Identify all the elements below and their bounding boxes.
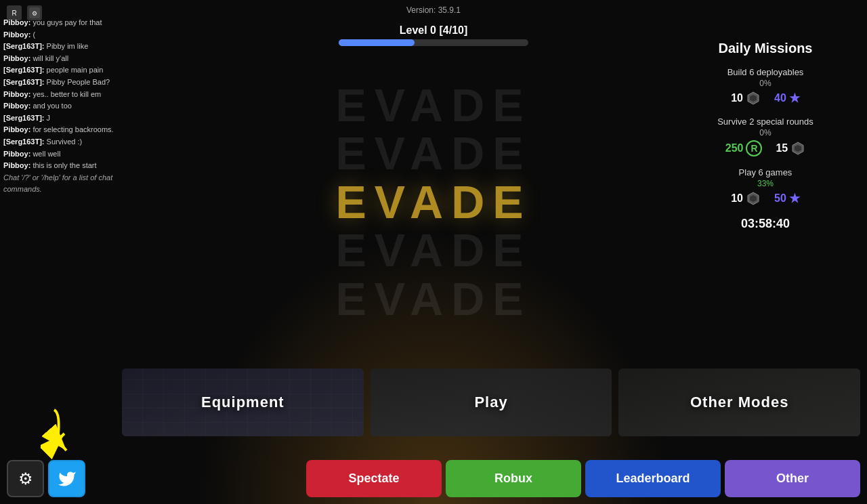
svg-line-11 <box>58 440 66 450</box>
evade-line-5: EVADE <box>335 275 531 323</box>
mission-3-name: Play 6 games <box>684 167 847 177</box>
mission-1-star-reward: 40 ★ <box>774 91 800 106</box>
evade-line-active: EVADE <box>335 178 531 226</box>
level-label: Level 0 [4/10] <box>122 24 745 37</box>
chat-message: [Serg163T]: Survived :) <box>3 136 146 148</box>
arrow-container <box>41 406 95 463</box>
mission-1-coin-reward: 10 <box>731 91 761 106</box>
chat-message: [Serg163T]: Pibby People Bad? <box>3 77 146 89</box>
mission-2-robux-reward: 250 R <box>725 140 763 156</box>
evade-line-4: EVADE <box>335 226 531 274</box>
other-modes-card[interactable]: Other Modes <box>618 369 860 436</box>
play-label: Play <box>474 394 507 411</box>
mission-1-name: Build 6 deployables <box>684 67 847 77</box>
mission-3-star-reward: 50 ★ <box>774 191 800 206</box>
level-bar-background <box>339 39 528 46</box>
chat-message: Pibboy: and you too <box>3 100 146 112</box>
robux-amount: 250 <box>725 142 744 154</box>
daily-missions-title: Daily Missions <box>684 41 847 56</box>
evade-line-1: EVADE <box>335 81 531 129</box>
mission-survive-rounds: Survive 2 special rounds 0% 250 R 15 <box>684 117 847 156</box>
equipment-card[interactable]: Equipment <box>122 369 364 436</box>
play-card[interactable]: Play <box>371 369 612 436</box>
spectate-button[interactable]: Spectate <box>306 460 442 497</box>
chat-message: Pibboy: this is only the start <box>3 160 146 172</box>
chat-system-message: Chat '/?' or '/help' for a list of chat … <box>3 172 146 196</box>
leaderboard-button[interactable]: Leaderboard <box>585 460 721 497</box>
star-amount: 50 <box>774 192 786 205</box>
chat-message: [Serg163T]: J <box>3 112 146 125</box>
chat-message: Pibboy: will kill y'all <box>3 53 146 65</box>
chat-message: Pibboy: yes.. better to kill em <box>3 89 146 101</box>
coin-amount: 10 <box>731 92 743 104</box>
other-modes-label: Other Modes <box>690 394 788 411</box>
mission-3-rewards: 10 50 ★ <box>684 191 847 206</box>
bottom-nav: ⚙ Spectate Robux Leaderboard Other <box>0 460 867 497</box>
star-icon: ★ <box>789 191 800 206</box>
mission-1-pct: 0% <box>684 79 847 88</box>
level-bar-fill <box>339 39 415 46</box>
equipment-label: Equipment <box>201 394 284 411</box>
menu-cards: Equipment Play Other Modes <box>122 369 860 436</box>
robux-icon: R <box>746 140 762 156</box>
evade-watermark: EVADE EVADE EVADE EVADE EVADE <box>335 81 531 323</box>
coin-amount: 10 <box>731 192 743 205</box>
settings-icon: ⚙ <box>18 469 33 488</box>
chat-message: Pibboy: ( <box>3 29 146 41</box>
hex-icon <box>790 141 805 156</box>
mission-build-deployables: Build 6 deployables 0% 10 40 ★ <box>684 67 847 106</box>
coin-amount: 15 <box>776 142 788 154</box>
robux-button[interactable]: Robux <box>446 460 581 497</box>
star-icon: ★ <box>789 91 800 106</box>
chat-message: Pibboy: you guys pay for that <box>3 17 146 29</box>
chat-message: [Serg163T]: Pibby im like <box>3 41 146 53</box>
chat-area: Pibboy: you guys pay for that Pibboy: ( … <box>0 14 149 199</box>
daily-missions-panel: Daily Missions Build 6 deployables 0% 10… <box>684 41 847 231</box>
hex-icon <box>746 91 761 106</box>
mission-2-coin-reward: 15 <box>776 141 805 156</box>
level-bar-container: Level 0 [4/10] <box>122 24 745 46</box>
chat-message: [Serg163T]: people main pain <box>3 64 146 77</box>
version-label: Version: 35.9.1 <box>406 5 461 15</box>
mission-3-coin-reward: 10 <box>731 191 761 206</box>
chat-message: Pibboy: for selecting backrooms. <box>3 124 146 136</box>
mission-3-pct: 33% <box>684 179 847 188</box>
settings-button[interactable]: ⚙ <box>7 460 44 497</box>
mission-1-rewards: 10 40 ★ <box>684 91 847 106</box>
chat-message: Pibboy: well well <box>3 148 146 161</box>
star-amount: 40 <box>774 92 786 104</box>
twitter-icon <box>58 469 77 488</box>
evade-line-2: EVADE <box>335 129 531 177</box>
mission-play-games: Play 6 games 33% 10 50 ★ <box>684 167 847 206</box>
hex-icon <box>746 191 761 206</box>
twitter-button[interactable] <box>48 460 85 497</box>
arrow-icon <box>41 406 95 461</box>
other-button[interactable]: Other <box>725 460 860 497</box>
mission-2-pct: 0% <box>684 128 847 138</box>
mission-2-rewards: 250 R 15 <box>684 140 847 156</box>
mission-2-name: Survive 2 special rounds <box>684 117 847 127</box>
mission-timer: 03:58:40 <box>684 217 847 231</box>
